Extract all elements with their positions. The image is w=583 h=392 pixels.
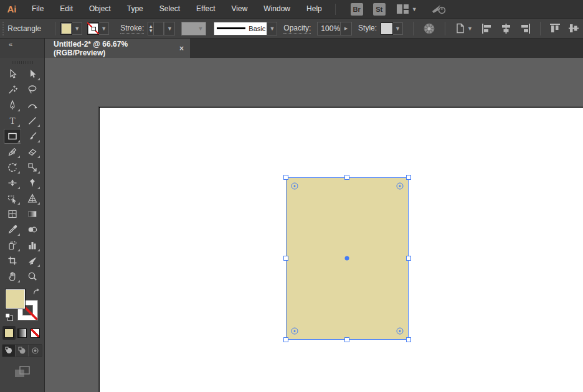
curvature-tool[interactable]: [24, 98, 41, 113]
panel-grip[interactable]: [2, 22, 4, 35]
align-vertical-center-button[interactable]: [569, 23, 579, 34]
line-segment-tool[interactable]: [24, 113, 41, 128]
blend-tool[interactable]: [24, 222, 41, 237]
stroke-color-control[interactable]: ▼: [87, 22, 109, 35]
bridge-button[interactable]: Br: [351, 3, 363, 16]
handle-bottom-left[interactable]: [283, 337, 288, 342]
fill-swatch[interactable]: [60, 22, 72, 35]
panel-grip[interactable]: [12, 61, 33, 64]
slice-tool[interactable]: [24, 253, 41, 268]
workspace-switcher[interactable]: ▼: [397, 4, 417, 14]
magic-wand-tool[interactable]: [4, 82, 21, 97]
gradient-button[interactable]: [16, 326, 29, 340]
menu-help[interactable]: Help: [298, 0, 330, 18]
column-graph-tool[interactable]: [24, 238, 41, 253]
collapse-panel-button[interactable]: «: [9, 40, 12, 48]
opacity-label[interactable]: Opacity:: [283, 24, 311, 34]
draw-normal-button[interactable]: [2, 345, 16, 357]
fill-proxy[interactable]: [5, 289, 26, 309]
hand-tool[interactable]: [4, 269, 21, 284]
handle-middle-right[interactable]: [406, 256, 411, 261]
eyedropper-tool[interactable]: [4, 222, 21, 237]
gradient-tool[interactable]: [24, 207, 41, 222]
lasso-tool[interactable]: [24, 82, 41, 97]
handle-middle-left[interactable]: [283, 256, 288, 261]
stock-button[interactable]: St: [373, 3, 386, 16]
brush-preview[interactable]: Basic: [214, 22, 267, 35]
direct-selection-tool[interactable]: [24, 67, 41, 82]
align-right-button[interactable]: [520, 24, 531, 34]
pencil-tool[interactable]: [4, 144, 21, 159]
menu-file[interactable]: File: [24, 0, 52, 18]
corner-widget-top-left[interactable]: [292, 183, 298, 190]
brush-definition-control[interactable]: Basic ▼: [214, 22, 277, 35]
color-button[interactable]: [2, 326, 16, 340]
mesh-tool[interactable]: [4, 207, 21, 222]
eraser-tool[interactable]: [24, 144, 41, 159]
stroke-swatch-none[interactable]: [87, 22, 99, 35]
opacity-value[interactable]: 100%: [318, 24, 340, 33]
artboard-tool[interactable]: [4, 253, 21, 268]
corner-widget-bottom-right[interactable]: [397, 328, 404, 335]
arrange-document-button[interactable]: ▼: [455, 23, 473, 34]
selection-tool[interactable]: [4, 67, 21, 82]
menu-object[interactable]: Object: [81, 0, 119, 18]
recolor-artwork-button[interactable]: [423, 22, 435, 35]
style-dropdown-button[interactable]: ▼: [393, 22, 403, 35]
paintbrush-tool[interactable]: [24, 129, 41, 144]
pen-tool[interactable]: [4, 98, 21, 113]
handle-bottom-center[interactable]: [344, 337, 349, 342]
selection-center-point[interactable]: [345, 256, 349, 261]
rotate-tool[interactable]: [4, 160, 21, 175]
handle-top-center[interactable]: [344, 175, 349, 180]
fill-dropdown-button[interactable]: ▼: [72, 22, 82, 35]
close-tab-icon[interactable]: ×: [179, 44, 184, 53]
canvas-area[interactable]: [45, 58, 583, 392]
document-tab-bar: « Untitled-2* @ 66.67% (RGB/Preview) ×: [0, 39, 583, 58]
stroke-width-field[interactable]: [154, 22, 164, 35]
handle-top-left[interactable]: [283, 175, 288, 180]
width-tool[interactable]: [4, 175, 21, 190]
corner-widget-bottom-left[interactable]: [292, 328, 298, 335]
shape-builder-tool[interactable]: [4, 191, 21, 206]
menu-type[interactable]: Type: [119, 0, 151, 18]
zoom-tool[interactable]: [24, 269, 41, 284]
scale-tool[interactable]: [24, 160, 41, 175]
none-button[interactable]: [29, 326, 42, 340]
menu-select[interactable]: Select: [151, 0, 188, 18]
stroke-width-dropdown[interactable]: ▼: [164, 22, 175, 35]
fill-color-control[interactable]: ▼: [60, 22, 82, 35]
draw-inside-button[interactable]: [29, 345, 42, 357]
gpu-performance-button[interactable]: [431, 4, 446, 14]
swap-fill-stroke-button[interactable]: [32, 287, 40, 296]
stroke-dropdown-button[interactable]: ▼: [99, 22, 109, 35]
handle-top-right[interactable]: [406, 175, 411, 180]
corner-widget-top-right[interactable]: [397, 183, 404, 190]
opacity-slider-button[interactable]: ▼: [340, 22, 351, 35]
opacity-field[interactable]: 100% ▼: [317, 22, 352, 35]
brush-dropdown-button[interactable]: ▼: [267, 22, 277, 35]
align-top-button[interactable]: [550, 23, 560, 34]
handle-bottom-right[interactable]: [406, 337, 411, 342]
align-left-button[interactable]: [481, 24, 492, 34]
screen-mode-icon: [14, 366, 31, 378]
default-fill-stroke-button[interactable]: [5, 313, 13, 321]
draw-behind-button[interactable]: [16, 345, 29, 357]
type-tool[interactable]: T: [4, 113, 21, 128]
perspective-grid-tool[interactable]: [24, 191, 41, 206]
swap-arrows-icon: [32, 287, 40, 296]
symbol-sprayer-tool[interactable]: [4, 238, 21, 253]
change-screen-mode-button[interactable]: [14, 366, 31, 378]
style-swatch[interactable]: [381, 22, 393, 35]
stroke-label[interactable]: Stroke:: [120, 24, 144, 34]
stroke-width-stepper[interactable]: ▲ ▼: [148, 22, 154, 35]
menu-window[interactable]: Window: [255, 0, 298, 18]
menu-view[interactable]: View: [224, 0, 256, 18]
menu-effect[interactable]: Effect: [188, 0, 223, 18]
align-horizontal-center-button[interactable]: [501, 24, 511, 34]
graphic-style-control[interactable]: ▼: [381, 22, 403, 35]
puppet-warp-tool[interactable]: [24, 175, 41, 190]
rectangle-tool[interactable]: [4, 129, 21, 144]
document-tab[interactable]: Untitled-2* @ 66.67% (RGB/Preview) ×: [45, 39, 190, 58]
menu-edit[interactable]: Edit: [52, 0, 81, 18]
